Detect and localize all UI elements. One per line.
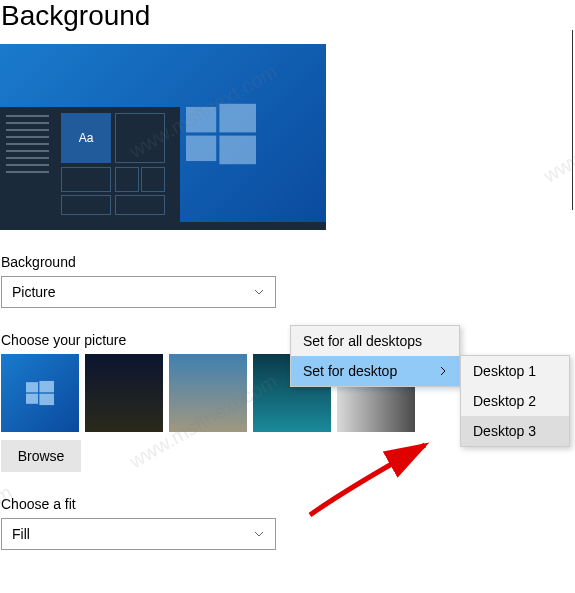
choose-picture-label: Choose your picture	[0, 332, 575, 348]
chevron-right-icon	[439, 365, 447, 377]
svg-rect-1	[219, 104, 256, 133]
svg-rect-3	[219, 136, 256, 165]
svg-rect-4	[26, 382, 38, 392]
background-type-dropdown[interactable]: Picture	[1, 276, 276, 308]
fit-value: Fill	[12, 526, 30, 542]
chevron-down-icon	[253, 286, 265, 298]
menu-item-label: Desktop 1	[473, 363, 536, 379]
context-menu-secondary: Desktop 1 Desktop 2 Desktop 3	[460, 355, 570, 447]
thumbnail-item[interactable]	[169, 354, 247, 432]
desktop-preview: Aa	[0, 44, 326, 230]
menu-item-set-for-desktop[interactable]: Set for desktop	[291, 356, 459, 386]
menu-item-label: Set for all desktops	[303, 333, 422, 349]
browse-button[interactable]: Browse	[1, 440, 81, 472]
menu-item-set-all-desktops[interactable]: Set for all desktops	[291, 326, 459, 356]
page-title: Background	[0, 0, 575, 44]
svg-rect-0	[186, 107, 216, 132]
choose-fit-label: Choose a fit	[0, 496, 575, 512]
svg-rect-6	[26, 394, 38, 404]
thumbnail-item[interactable]	[1, 354, 79, 432]
menu-item-label: Set for desktop	[303, 363, 397, 379]
background-type-value: Picture	[12, 284, 56, 300]
chevron-down-icon	[253, 528, 265, 540]
submenu-item-desktop-2[interactable]: Desktop 2	[461, 386, 569, 416]
windows-logo-icon	[26, 379, 54, 407]
svg-rect-7	[39, 394, 54, 405]
svg-rect-5	[39, 381, 54, 392]
preview-accent-tile: Aa	[61, 113, 111, 163]
windows-logo-icon	[186, 99, 256, 169]
context-menu-primary: Set for all desktops Set for desktop	[290, 325, 460, 387]
svg-rect-2	[186, 136, 216, 161]
scrollbar-track[interactable]	[572, 30, 573, 210]
submenu-item-desktop-1[interactable]: Desktop 1	[461, 356, 569, 386]
menu-item-label: Desktop 2	[473, 393, 536, 409]
background-label: Background	[0, 254, 575, 270]
submenu-item-desktop-3[interactable]: Desktop 3	[461, 416, 569, 446]
menu-item-label: Desktop 3	[473, 423, 536, 439]
thumbnail-item[interactable]	[85, 354, 163, 432]
fit-dropdown[interactable]: Fill	[1, 518, 276, 550]
watermark: www.m	[539, 135, 575, 187]
